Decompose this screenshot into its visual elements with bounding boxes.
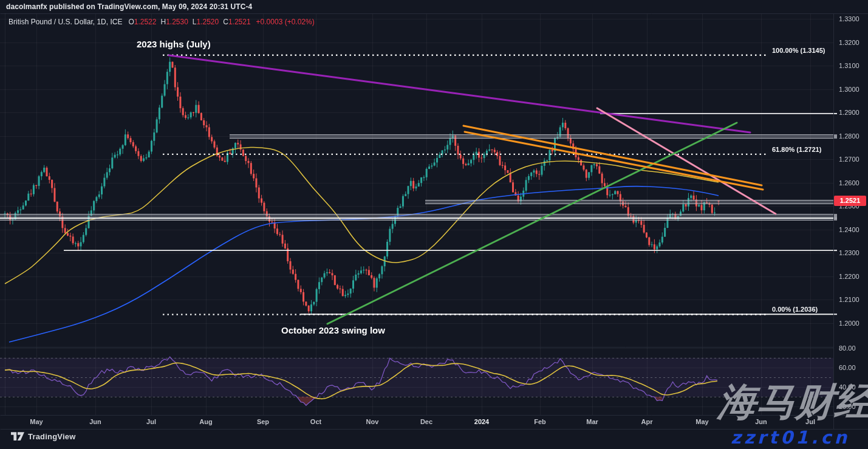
time-axis-label: May xyxy=(30,418,43,425)
price-axis-label: 1.2000 xyxy=(839,320,859,327)
price-axis-label: 1.3200 xyxy=(839,39,859,46)
time-axis-label: Mar xyxy=(586,418,598,425)
time-axis-label: Nov xyxy=(366,418,379,425)
tradingview-published-chart: dacolmanfx published on TradingView.com,… xyxy=(0,0,868,449)
fib-label-100: 100.00% (1.3145) xyxy=(772,47,825,54)
price-axis-label: 1.3300 xyxy=(839,15,859,22)
price-axis-label: 1.3000 xyxy=(839,86,859,93)
price-axis-label: 1.2300 xyxy=(839,249,859,256)
ohlc-token: L1.2520 xyxy=(193,18,219,26)
ohlc-values: O1.2522H1.2530L1.2520C1.2521 xyxy=(128,18,255,26)
rsi-axis-label: 60.00 xyxy=(839,364,856,371)
rsi-axis-label: 80.00 xyxy=(839,344,856,352)
watermark-chinese: 海马财经 xyxy=(717,381,868,423)
change-value: +0.0003 (+0.02%) xyxy=(256,18,315,26)
time-axis-label: Aug xyxy=(199,418,212,425)
annotation-oct-low[interactable]: October 2023 swing low xyxy=(281,325,385,335)
tradingview-logo-icon xyxy=(11,432,24,441)
price-axis-label: 1.2400 xyxy=(839,226,859,233)
fib-label-0: 0.00% (1.2036) xyxy=(772,306,818,313)
price-axis-label: 1.2600 xyxy=(839,179,859,187)
annotation-2023-highs[interactable]: 2023 highs (July) xyxy=(137,39,211,49)
price-axis-label: 1.2700 xyxy=(839,156,859,163)
price-axis-label: 1.2800 xyxy=(839,132,859,140)
time-axis-label: Oct xyxy=(310,418,321,425)
time-axis-label: Jun xyxy=(89,418,101,425)
publish-bar: dacolmanfx published on TradingView.com,… xyxy=(0,0,868,13)
time-axis-label: 2024 xyxy=(474,418,489,425)
symbol-title: British Pound / U.S. Dollar, 1D, ICE xyxy=(9,18,122,26)
price-axis-label: 1.2100 xyxy=(839,296,859,303)
ohlc-token: H1.2530 xyxy=(160,18,188,26)
price-axis-label: 1.2900 xyxy=(839,109,859,116)
price-axis-label: 1.2200 xyxy=(839,273,859,280)
time-axis-label: Sep xyxy=(257,418,269,425)
ohlc-token: C1.2521 xyxy=(223,18,250,26)
price-axis-label: 1.3100 xyxy=(839,62,859,69)
time-axis-label: Dec xyxy=(420,418,432,425)
symbol-legend[interactable]: British Pound / U.S. Dollar, 1D, ICEO1.2… xyxy=(9,18,315,27)
time-axis-label: May xyxy=(695,418,708,425)
watermark-site: zzrt01.cn xyxy=(731,427,850,448)
time-axis-label: Apr xyxy=(641,418,653,425)
fib-label-618: 61.80% (1.2721) xyxy=(772,146,821,153)
tradingview-logo[interactable]: TradingView xyxy=(11,432,76,441)
last-price-badge: 1.2521 xyxy=(834,196,866,206)
time-axis-label: Jul xyxy=(146,418,156,425)
tradingview-logo-text: TradingView xyxy=(28,432,76,441)
publish-text: dacolmanfx published on TradingView.com,… xyxy=(6,2,252,11)
time-axis-label: Feb xyxy=(534,418,546,425)
ohlc-token: O1.2522 xyxy=(128,18,156,26)
